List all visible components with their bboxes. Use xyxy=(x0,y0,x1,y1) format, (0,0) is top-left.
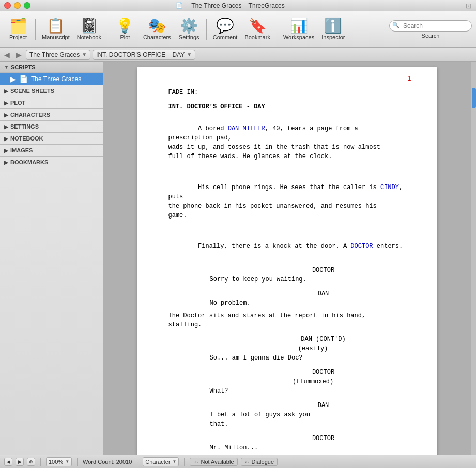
images-section: ▶ IMAGES xyxy=(0,145,103,157)
toolbar-notebook[interactable]: 📓 Notebook xyxy=(74,14,104,44)
script-page: 1 FADE IN: INT. DOCTOR'S OFFICE - DAY A … xyxy=(137,67,437,455)
toolbar-settings[interactable]: ⚙️ Settings xyxy=(175,14,203,44)
settings-chevron: ▶ xyxy=(4,124,8,130)
characters-section: ▶ CHARACTERS xyxy=(0,109,103,121)
plot-chevron: ▶ xyxy=(4,100,8,106)
close-button[interactable] xyxy=(4,2,11,9)
status-bar: ◀ ▶ ⊕ 100% ▼ Word Count: 20010 Character… xyxy=(0,455,476,468)
action3-prefix: Finally, there is a knock at the door. A xyxy=(198,243,350,250)
sidebar-bookmarks[interactable]: ▶ BOOKMARKS xyxy=(0,157,103,168)
characters-section-label: CHARACTERS xyxy=(10,112,50,118)
scene-dropdown-arrow: ▼ xyxy=(187,52,192,57)
search-input[interactable] xyxy=(389,20,472,32)
character-arrow: ▼ xyxy=(173,459,177,464)
resize-icon[interactable]: ⊡ xyxy=(466,2,472,10)
scene-sheets-section: ▶ SCENE SHEETS xyxy=(0,85,103,97)
action-1: A bored DAN MILLER, 40, tears a page fro… xyxy=(168,115,406,170)
title-icon: 📄 xyxy=(176,2,183,9)
window-title: The Three Graces – ThreeGraces xyxy=(191,2,284,9)
toolbar-characters[interactable]: 🎭 Characters xyxy=(140,14,174,44)
settings-icon: ⚙️ xyxy=(180,19,198,33)
scripts-header[interactable]: ▼ SCRIPTS xyxy=(0,62,103,73)
dialogue-dan-2: So... am I gonna die Doc? xyxy=(210,353,365,363)
status-btn-add[interactable]: ⊕ xyxy=(27,458,35,466)
plot-icon: 💡 xyxy=(116,19,134,33)
title-bar: 📄 The Three Graces – ThreeGraces ⊡ xyxy=(0,0,476,11)
sidebar-notebook[interactable]: ▶ NOTEBOOK xyxy=(0,133,103,144)
sidebar-plot[interactable]: ▶ PLOT xyxy=(0,97,103,108)
toolbar-manuscript[interactable]: 📋 Manuscript xyxy=(39,14,73,44)
not-available-tag[interactable]: ↔ Not Available xyxy=(190,458,237,466)
manuscript-icon: 📋 xyxy=(47,19,65,33)
char-doctor-1: DOCTOR xyxy=(241,266,406,275)
nav-bar: ◀ ▶ The Three Graces ▼ INT. DOCTOR'S OFF… xyxy=(0,48,476,62)
sidebar-settings[interactable]: ▶ SETTINGS xyxy=(0,121,103,132)
toolbar-separator-2 xyxy=(108,19,108,40)
toolbar-inspector[interactable]: ℹ️ Inspector xyxy=(318,14,348,44)
scene-dropdown[interactable]: INT. DOCTOR'S OFFICE – DAY ▼ xyxy=(93,50,195,60)
dialogue-doctor-2: What? xyxy=(210,386,365,396)
sidebar-scene-sheets[interactable]: ▶ SCENE SHEETS xyxy=(0,85,103,97)
minimize-button[interactable] xyxy=(14,2,21,9)
character-dropdown[interactable]: Character ▼ xyxy=(143,457,179,466)
characters-chevron: ▶ xyxy=(4,112,8,118)
char-doctor-3: DOCTOR xyxy=(241,434,406,443)
char-dan-1: DAN xyxy=(241,289,406,299)
toolbar-plot[interactable]: 💡 Plot xyxy=(111,14,139,44)
zoom-dropdown[interactable]: 100% ▼ xyxy=(46,457,72,466)
comment-label: Comment xyxy=(213,34,238,40)
status-btn-left2[interactable]: ▶ xyxy=(16,458,24,466)
page-number: 1 xyxy=(407,75,411,83)
nav-forward[interactable]: ▶ xyxy=(14,50,24,60)
settings-section: ▶ SETTINGS xyxy=(0,121,103,133)
toolbar-bookmark[interactable]: 🔖 Bookmark xyxy=(241,14,273,44)
toolbar-comment[interactable]: 💬 Comment xyxy=(210,14,241,44)
nav-back[interactable]: ◀ xyxy=(2,50,12,60)
settings-section-label: SETTINGS xyxy=(10,123,39,130)
sidebar: ▼ SCRIPTS ▶ 📄 The Three Graces ▶ SCENE S… xyxy=(0,62,103,455)
fade-in: FADE IN: xyxy=(168,88,406,97)
workspaces-icon: 📊 xyxy=(290,19,308,33)
dialogue-doctor-3: Mr. Milton... xyxy=(210,443,365,453)
dialogue-dan-3: I bet a lot of guys ask you that. xyxy=(210,410,365,429)
status-btn-left1[interactable]: ◀ xyxy=(4,458,12,466)
action3-name1: DOCTOR xyxy=(350,243,373,250)
inspector-icon: ℹ️ xyxy=(324,19,342,33)
status-sep-1 xyxy=(40,458,41,466)
script-dropdown[interactable]: The Three Graces ▼ xyxy=(26,50,90,60)
notebook-chevron: ▶ xyxy=(4,136,8,142)
window-controls xyxy=(4,2,30,9)
toolbar-project[interactable]: 🗂️ Project xyxy=(4,14,32,44)
script-doc-icon: 📄 xyxy=(19,75,28,83)
settings-label: Settings xyxy=(179,34,199,40)
zoom-arrow: ▼ xyxy=(65,459,69,464)
scene-heading: INT. DOCTOR'S OFFICE - DAY xyxy=(168,103,406,111)
scene-sheets-chevron: ▶ xyxy=(4,88,8,94)
bookmark-icon: 🔖 xyxy=(249,19,267,33)
sidebar-images[interactable]: ▶ IMAGES xyxy=(0,145,103,156)
bookmarks-section: ▶ BOOKMARKS xyxy=(0,157,103,168)
maximize-button[interactable] xyxy=(24,2,30,9)
search-wrapper xyxy=(389,20,472,32)
project-icon: 🗂️ xyxy=(9,19,27,33)
toolbar-separator-4 xyxy=(277,19,277,40)
script-area[interactable]: 1 FADE IN: INT. DOCTOR'S OFFICE - DAY A … xyxy=(103,62,471,455)
action-3: Finally, there is a knock at the door. A… xyxy=(168,232,406,260)
sidebar-characters[interactable]: ▶ CHARACTERS xyxy=(0,109,103,120)
action2-name1: CINDY xyxy=(380,184,399,191)
bookmarks-section-label: BOOKMARKS xyxy=(10,159,48,165)
action-4: The Doctor sits and stares at the report… xyxy=(168,311,406,330)
dialogue-tag[interactable]: ↔ Dialogue xyxy=(241,458,278,466)
paren-dan-1: (easily) xyxy=(220,344,406,353)
toolbar-workspaces[interactable]: 📊 Workspaces xyxy=(280,14,317,44)
bookmarks-chevron: ▶ xyxy=(4,160,8,165)
dialogue-dan-1: No problem. xyxy=(210,299,365,308)
scene-sheets-label: SCENE SHEETS xyxy=(10,88,54,94)
status-sep-3 xyxy=(137,458,137,466)
images-section-label: IMAGES xyxy=(10,147,33,153)
main-layout: ▼ SCRIPTS ▶ 📄 The Three Graces ▶ SCENE S… xyxy=(0,62,476,455)
inspector-label: Inspector xyxy=(321,34,345,40)
plot-section: ▶ PLOT xyxy=(0,97,103,109)
toolbar-separator-3 xyxy=(206,19,207,40)
sidebar-item-threegraces[interactable]: ▶ 📄 The Three Graces xyxy=(0,73,103,85)
